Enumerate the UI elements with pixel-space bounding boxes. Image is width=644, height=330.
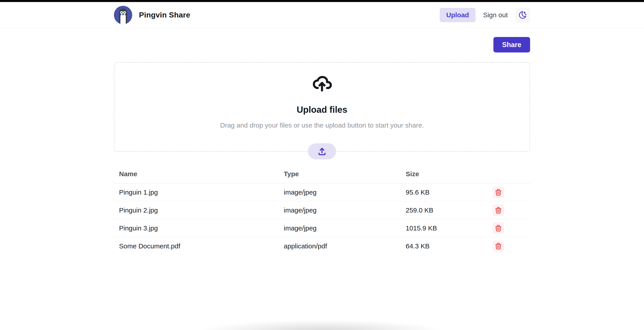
share-button[interactable]: Share — [494, 37, 530, 53]
delete-file-button[interactable] — [492, 205, 504, 216]
file-type: image/jpeg — [278, 224, 400, 232]
theme-toggle-button[interactable] — [515, 8, 530, 23]
column-header-type: Type — [278, 170, 400, 178]
app-title: Pingvin Share — [139, 11, 190, 19]
column-header-name: Name — [114, 170, 278, 178]
upload-file-button[interactable] — [308, 143, 336, 159]
file-size: 64.3 KB — [400, 242, 481, 250]
trash-icon — [494, 207, 502, 214]
delete-file-button[interactable] — [492, 222, 504, 234]
main-content: Share Upload files Drag and drop your fi… — [114, 37, 530, 255]
file-size: 95.6 KB — [400, 189, 481, 196]
file-type: image/jpeg — [278, 189, 400, 196]
upload-icon — [318, 147, 326, 156]
table-row: Some Document.pdf application/pdf 64.3 K… — [114, 237, 530, 255]
file-name: Some Document.pdf — [114, 242, 278, 250]
brand[interactable]: Pingvin Share — [114, 6, 190, 24]
trash-icon — [494, 242, 502, 250]
table-row: Pinguin 3.jpg image/jpeg 1015.9 KB — [114, 219, 530, 237]
table-row: Pinguin 2.jpg image/jpeg 259.0 KB — [114, 201, 530, 219]
trash-icon — [494, 224, 502, 232]
nav-upload-button[interactable]: Upload — [440, 8, 476, 22]
file-name: Pinguin 1.jpg — [114, 189, 278, 196]
files-table: Name Type Size Pinguin 1.jpg image/jpeg … — [114, 165, 530, 255]
files-table-header: Name Type Size — [114, 165, 530, 183]
file-size: 259.0 KB — [400, 207, 481, 214]
dropzone-title: Upload files — [114, 105, 530, 115]
file-type: image/jpeg — [278, 207, 400, 214]
delete-file-button[interactable] — [492, 187, 504, 198]
file-size: 1015.9 KB — [400, 224, 481, 232]
header-nav: Upload Sign out — [440, 8, 530, 23]
file-name: Pinguin 3.jpg — [114, 224, 278, 232]
file-type: application/pdf — [278, 242, 400, 250]
file-name: Pinguin 2.jpg — [114, 207, 278, 214]
cloud-upload-icon — [312, 73, 332, 93]
delete-file-button[interactable] — [492, 240, 504, 252]
trash-icon — [494, 189, 502, 196]
app-header: Pingvin Share Upload Sign out — [0, 2, 644, 28]
table-row: Pinguin 1.jpg image/jpeg 95.6 KB — [114, 183, 530, 201]
upload-dropzone[interactable]: Upload files Drag and drop your files or… — [114, 62, 530, 152]
nav-signout-button[interactable]: Sign out — [483, 11, 508, 19]
moon-stars-icon — [518, 11, 527, 20]
screenshot-top-bar — [0, 0, 644, 2]
dropzone-subtitle: Drag and drop your files or use the uplo… — [114, 121, 530, 129]
column-header-size: Size — [400, 170, 481, 178]
bottom-edge-shadow — [204, 320, 440, 330]
penguin-logo-icon — [114, 6, 132, 24]
